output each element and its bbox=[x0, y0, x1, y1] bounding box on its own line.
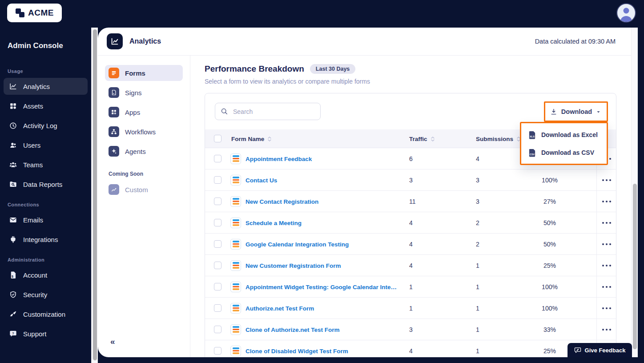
row-actions-button[interactable] bbox=[596, 298, 616, 319]
form-name-link[interactable]: Google Calendar Integration Testing bbox=[246, 234, 349, 255]
row-checkbox[interactable] bbox=[214, 155, 221, 162]
product-nav-signs[interactable]: Signs bbox=[105, 85, 183, 101]
forms-icon bbox=[109, 68, 119, 78]
row-checkbox[interactable] bbox=[214, 219, 221, 226]
product-nav-label: Custom bbox=[125, 186, 148, 194]
menu-item-download-excel[interactable]: XLS Download as Excel bbox=[521, 126, 607, 144]
product-nav-custom[interactable]: Custom bbox=[105, 182, 183, 198]
sidebar-item-label: Security bbox=[23, 291, 47, 298]
row-checkbox[interactable] bbox=[214, 304, 221, 312]
row-actions-button[interactable] bbox=[596, 276, 616, 298]
page-title: Performance Breakdown bbox=[205, 64, 304, 74]
sidebar-item-emails[interactable]: Emails bbox=[4, 211, 88, 228]
sidebar-item-account[interactable]: $ Account bbox=[4, 266, 88, 283]
coming-soon-label: Coming Soon bbox=[109, 171, 190, 177]
form-icon bbox=[230, 175, 241, 186]
row-checkbox[interactable] bbox=[214, 198, 221, 205]
sidebar-item-teams[interactable]: Teams bbox=[4, 156, 88, 173]
row-checkbox[interactable] bbox=[214, 326, 221, 333]
window-scrollbar-thumb[interactable] bbox=[93, 29, 97, 360]
give-feedback-button[interactable]: Give Feedback bbox=[568, 343, 632, 357]
conversion-value: 25% bbox=[530, 340, 570, 357]
row-checkbox[interactable] bbox=[214, 283, 221, 290]
sidebar-item-security[interactable]: Security bbox=[4, 286, 88, 303]
product-nav-forms[interactable]: Forms bbox=[105, 65, 183, 81]
form-icon bbox=[230, 346, 241, 356]
row-actions-button[interactable] bbox=[596, 191, 616, 212]
sidebar-item-assets[interactable]: Assets bbox=[4, 97, 88, 114]
panel-scrollbar-thumb[interactable] bbox=[633, 184, 637, 349]
row-actions-button[interactable] bbox=[596, 234, 616, 255]
traffic-value: 11 bbox=[409, 191, 416, 212]
section-label-connections: Connections bbox=[8, 202, 91, 207]
form-icon bbox=[230, 153, 241, 164]
conversion-value: 100% bbox=[530, 276, 570, 298]
main-panel: Analytics Data calculated at 09:30 AM Fo… bbox=[98, 28, 638, 357]
form-name-link[interactable]: Schedule a Meeting bbox=[246, 212, 302, 234]
select-all-checkbox[interactable] bbox=[214, 135, 221, 142]
row-actions-button[interactable] bbox=[596, 212, 616, 234]
conversion-value: 33% bbox=[530, 319, 570, 340]
submissions-value: 1 bbox=[476, 276, 479, 298]
column-header-form-name[interactable]: Form Name bbox=[231, 129, 272, 148]
svg-text:CSV: CSV bbox=[530, 153, 535, 155]
data-calculated-status: Data calculated at 09:30 AM bbox=[535, 38, 616, 45]
search-icon bbox=[221, 108, 228, 115]
user-avatar[interactable] bbox=[616, 3, 636, 23]
table-body: Appointment Feedback 6 4 Contact Us 3 3 … bbox=[205, 148, 616, 357]
sidebar-item-customization[interactable]: Customization bbox=[4, 306, 88, 323]
form-name-link[interactable]: Clone of Authorize.net Test Form bbox=[246, 319, 340, 340]
form-name-link[interactable]: New Contact Registration bbox=[246, 191, 318, 212]
sidebar-nav: Usage Analytics Assets Activity Log bbox=[0, 59, 91, 345]
column-header-traffic[interactable]: Traffic bbox=[409, 129, 435, 148]
form-icon bbox=[230, 218, 241, 228]
download-button[interactable]: Download bbox=[547, 105, 604, 118]
form-name-link[interactable]: Appointment Widget Testing: Google Calen… bbox=[246, 276, 397, 298]
menu-item-label: Download as CSV bbox=[541, 149, 594, 156]
row-actions-button[interactable] bbox=[596, 255, 616, 276]
panel-scrollbar[interactable] bbox=[631, 28, 638, 357]
window-scrollbar[interactable] bbox=[91, 28, 98, 363]
sidebar-item-label: Data Reports bbox=[23, 181, 62, 188]
product-nav-label: Signs bbox=[125, 89, 142, 97]
row-checkbox[interactable] bbox=[214, 176, 221, 184]
sidebar-item-users[interactable]: Users bbox=[4, 137, 88, 153]
table-row: Clone of Authorize.net Test Form 3 1 33% bbox=[205, 319, 616, 340]
custom-chart-icon bbox=[109, 184, 119, 195]
acme-logo-text: ACME bbox=[28, 8, 54, 18]
acme-logo[interactable]: ACME bbox=[7, 4, 62, 22]
row-checkbox[interactable] bbox=[214, 240, 221, 248]
submissions-value: 2 bbox=[476, 234, 479, 255]
row-checkbox[interactable] bbox=[214, 262, 221, 269]
row-actions-button[interactable] bbox=[596, 169, 616, 191]
plug-icon bbox=[9, 235, 17, 244]
row-checkbox[interactable] bbox=[214, 347, 221, 355]
search-box bbox=[215, 103, 321, 120]
form-name-link[interactable]: New Customer Registration Form bbox=[246, 255, 341, 276]
avatar-person-icon bbox=[617, 4, 635, 22]
row-actions-button[interactable] bbox=[596, 319, 616, 340]
help-bubble-icon: ? bbox=[9, 330, 17, 338]
sidebar-item-data-reports[interactable]: Data Reports bbox=[4, 176, 88, 193]
product-nav-label: Agents bbox=[125, 148, 146, 155]
sidebar-item-support[interactable]: ? Support bbox=[4, 325, 88, 342]
ellipsis-icon bbox=[602, 328, 612, 331]
sort-icon bbox=[267, 136, 272, 142]
product-nav-apps[interactable]: Apps bbox=[105, 104, 183, 120]
collapse-sidebar-button[interactable]: « bbox=[110, 337, 115, 346]
form-name-link[interactable]: Clone of Disabled Widget Test Form bbox=[246, 340, 348, 357]
product-nav-workflows[interactable]: Workflows bbox=[105, 124, 183, 140]
sidebar-item-analytics[interactable]: Analytics bbox=[4, 78, 88, 95]
sidebar-item-activity-log[interactable]: Activity Log bbox=[4, 117, 88, 134]
search-input[interactable] bbox=[215, 103, 321, 120]
ellipsis-icon bbox=[602, 286, 612, 288]
product-nav-agents[interactable]: Agents bbox=[105, 143, 183, 159]
column-header-submissions[interactable]: Submissions bbox=[476, 129, 521, 148]
give-feedback-label: Give Feedback bbox=[585, 347, 626, 354]
traffic-value: 4 bbox=[409, 255, 413, 276]
form-name-link[interactable]: Authorize.net Test Form bbox=[246, 298, 314, 319]
form-name-link[interactable]: Contact Us bbox=[246, 169, 277, 191]
form-name-link[interactable]: Appointment Feedback bbox=[246, 148, 312, 169]
sidebar-item-integrations[interactable]: Integrations bbox=[4, 231, 88, 248]
menu-item-download-csv[interactable]: CSV Download as CSV bbox=[521, 144, 607, 161]
